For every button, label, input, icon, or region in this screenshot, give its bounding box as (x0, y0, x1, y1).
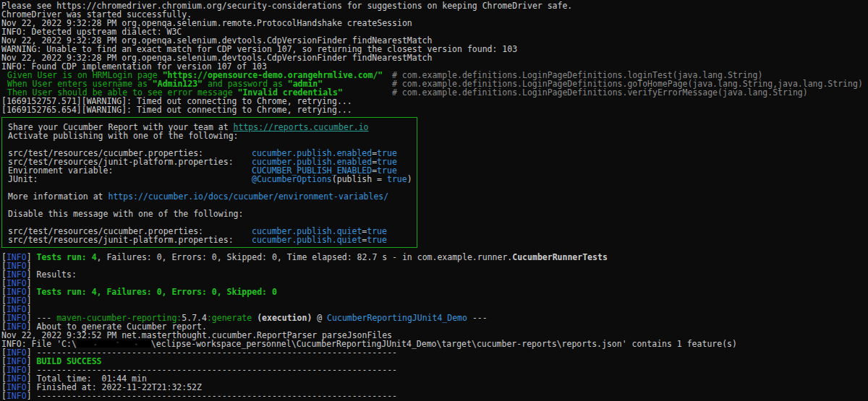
text-segment: CucumberReportingJUnit4_Demo (327, 313, 467, 323)
text-segment: @CucumberOptions (252, 174, 332, 184)
text-segment: [ (1, 391, 7, 401)
text-segment: JUnit: (8, 174, 38, 184)
text-segment: true (367, 235, 387, 245)
text-segment: --- (467, 313, 488, 323)
redacted-path-segment (77, 340, 151, 348)
text-segment: :generate (207, 313, 252, 323)
text-segment: src/test/resources/junit-platform.proper… (8, 235, 234, 245)
cucumber-docs-link[interactable]: https://cucumber.io/docs/cucumber/enviro… (108, 191, 388, 202)
text-segment: # com.example.definitions.LoginPageDefin… (392, 87, 808, 98)
banner-property-line: Environment variable:CUCUMBER_PUBLISH_EN… (1, 166, 868, 175)
info-results-line: [INFO] Results: (1, 270, 868, 279)
text-segment: @ (312, 313, 327, 323)
text-segment: INFO (7, 391, 27, 401)
aligned-column: @CucumberOptions(publish = true) (252, 175, 412, 184)
chrome-timeout-warning-line: [1669152765.654][WARNING]: Timed out con… (1, 105, 868, 114)
aligned-column: # com.example.definitions.LoginPageDefin… (392, 88, 808, 97)
info-tests-summary-line: [INFO] Tests run: 4, Failures: 0, Errors… (1, 288, 868, 296)
info-separator-line: [INFO] ---------------------------------… (1, 392, 868, 400)
info-blank-line: [INFO] (1, 296, 868, 305)
info-blank-line: [INFO] (1, 262, 868, 270)
text-segment: true (387, 174, 407, 184)
banner-disable-line: Disable this message with one of the fol… (1, 210, 868, 218)
text-segment: Disable this message with one of the fol… (8, 209, 243, 219)
text-segment: More information at (8, 191, 108, 202)
reports-cucumber-link[interactable]: https://reports.cucumber.io (234, 122, 369, 132)
banner-property-line: JUnit:@CucumberOptions(publish = true) (1, 175, 868, 184)
text-segment: [1669152765.654][WARNING]: Timed out con… (1, 105, 352, 115)
banner-property-line: src/test/resources/junit-platform.proper… (1, 236, 868, 244)
terminal-output: Please see https://chromedriver.chromium… (1, 1, 868, 400)
text-segment: Tests run: 4, Failures: 0, Errors: 0, Sk… (37, 287, 277, 297)
text-segment: , Failures: 0, Errors: 0, Skipped: 0, Ti… (97, 252, 513, 262)
text-segment: Activate publishing with one of the foll… (8, 131, 239, 141)
text-segment: ] Results: (27, 270, 77, 280)
info-tests-run-line: [INFO] Tests run: 4, Failures: 0, Errors… (1, 253, 868, 262)
text-segment: CucumberRunnerTests (512, 252, 608, 262)
banner-activate-line: Activate publishing with one of the foll… (1, 131, 868, 140)
aligned-column: cucumber.publish.quiet=true (252, 236, 387, 244)
text-segment: ] --------------------------------------… (27, 391, 397, 401)
text-segment: (publish = (332, 174, 387, 184)
text-segment: cucumber.publish.quiet (252, 235, 362, 245)
banner-more-info-line: More information at https://cucumber.io/… (1, 192, 868, 201)
terminal-window: Please see https://chromedriver.chromium… (0, 0, 868, 401)
banner-property-line: src/test/resources/junit-platform.proper… (1, 158, 868, 166)
text-segment: Tests run: 4 (37, 252, 97, 262)
text-segment: ) (407, 174, 412, 184)
text-segment: (execution) (257, 313, 312, 323)
info-separator-line: [INFO] ---------------------------------… (1, 348, 868, 357)
